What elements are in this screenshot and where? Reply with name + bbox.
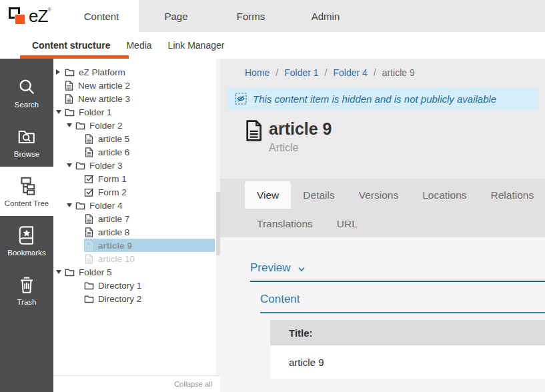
- preview-label: Preview: [250, 261, 290, 275]
- tree-scrollbar-thumb[interactable]: [216, 192, 220, 255]
- collapse-arrow-icon[interactable]: [56, 270, 65, 274]
- tree-item-label: article 8: [98, 227, 129, 237]
- tree-item-label: Folder 3: [89, 161, 123, 171]
- tree-item-label: article 6: [98, 147, 129, 157]
- tree-item-directory-2[interactable]: Directory 2: [53, 292, 220, 305]
- page-title: article 9: [269, 120, 332, 139]
- tree-item-ez-platform[interactable]: eZ Platform: [53, 65, 220, 79]
- tree-item-article-8[interactable]: article 8: [53, 225, 220, 239]
- form-icon: [84, 174, 94, 184]
- collapse-all-button[interactable]: Collapse all: [53, 375, 220, 392]
- breadcrumb-folder-4[interactable]: Folder 4: [334, 67, 368, 78]
- article-icon: [64, 94, 74, 104]
- sidebar-item-trash[interactable]: Trash: [0, 265, 53, 315]
- folder-icon: [65, 107, 75, 117]
- content-header-region: Home/Folder 1/Folder 4/article 9 This co…: [220, 59, 545, 179]
- tree-item-body: New article 2: [64, 79, 215, 92]
- tree-item-body: Directory 2: [84, 292, 215, 305]
- ez-logo[interactable]: eZ®: [0, 0, 64, 32]
- tree-item-article-7[interactable]: article 7: [53, 212, 220, 225]
- collapse-arrow-icon[interactable]: [67, 123, 75, 127]
- tree-item-body: article 8: [84, 225, 215, 239]
- sidebar-item-search[interactable]: Search: [0, 68, 53, 117]
- expand-arrow-icon[interactable]: [56, 69, 65, 75]
- tree-item-body: Directory 1: [84, 279, 215, 292]
- tab-locations[interactable]: Locations: [410, 181, 478, 209]
- subnav-item-media[interactable]: Media: [126, 40, 151, 51]
- tree-item-body: Folder 1: [65, 105, 215, 119]
- search-icon: [17, 77, 37, 97]
- logo-square-orange: [15, 14, 25, 25]
- top-tab-admin[interactable]: Admin: [288, 0, 363, 32]
- sidebar-item-browse[interactable]: Browse: [0, 117, 53, 167]
- tree-item-body: Folder 4: [75, 199, 215, 212]
- folder-icon: [84, 294, 94, 304]
- sidebar-item-label: Search: [15, 101, 39, 109]
- hidden-banner-text: This content item is hidden and is not p…: [253, 93, 496, 105]
- subnav-item-content-structure[interactable]: Content structure: [32, 40, 110, 51]
- tree-item-folder-2[interactable]: Folder 2: [53, 119, 220, 132]
- tree-item-body: Form 1: [84, 172, 215, 185]
- ez-logo-icon: [9, 5, 27, 27]
- tab-relations[interactable]: Relations: [479, 181, 545, 209]
- article-icon: [84, 134, 94, 144]
- tree-item-folder-4[interactable]: Folder 4: [53, 199, 220, 212]
- breadcrumb-separator: /: [374, 67, 376, 78]
- collapse-arrow-icon[interactable]: [56, 110, 65, 114]
- top-bar: eZ® ContentPageFormsAdmin: [0, 0, 545, 32]
- tree-item-article-10[interactable]: article 10: [53, 252, 220, 265]
- collapse-arrow-icon[interactable]: [67, 203, 75, 207]
- tree-item-label: article 9: [98, 241, 132, 251]
- tree-item-label: Directory 1: [98, 281, 141, 291]
- breadcrumb-article-9: article 9: [382, 67, 415, 78]
- tree-item-folder-3[interactable]: Folder 3: [53, 159, 220, 172]
- tab-row-1: ViewDetailsVersionsLocationsRelations: [245, 181, 545, 209]
- tab-translations[interactable]: Translations: [245, 210, 325, 237]
- sidebar-item-content-tree[interactable]: Content Tree: [0, 167, 53, 216]
- top-tab-forms[interactable]: Forms: [213, 0, 288, 32]
- tab-url[interactable]: URL: [325, 210, 370, 237]
- tree-item-new-article-2[interactable]: New article 2: [53, 79, 220, 92]
- top-tab-page[interactable]: Page: [139, 0, 213, 32]
- preview-toggle[interactable]: Preview: [250, 261, 306, 275]
- subnav-item-link-manager[interactable]: Link Manager: [168, 40, 225, 51]
- tree-item-label: New article 2: [78, 81, 130, 91]
- tree-item-body: Folder 2: [75, 119, 215, 132]
- tree-item-body: article 7: [84, 212, 215, 225]
- tab-details[interactable]: Details: [291, 181, 346, 209]
- sidebar-item-label: Trash: [17, 298, 37, 306]
- breadcrumb-folder-1[interactable]: Folder 1: [284, 67, 318, 78]
- article-icon: [64, 81, 74, 91]
- folder-icon: [65, 67, 75, 77]
- tree-item-body: article 9: [84, 239, 215, 252]
- tree-item-label: Folder 5: [79, 267, 112, 277]
- collapse-arrow-icon[interactable]: [67, 163, 75, 167]
- preview-divider: [250, 281, 545, 282]
- tree-item-body: New article 3: [64, 92, 215, 105]
- body-row: SearchBrowseContent TreeBookmarksTrash e…: [0, 59, 545, 392]
- article-type-icon: [245, 120, 263, 154]
- tree-scrollbar[interactable]: [216, 59, 220, 375]
- breadcrumb-home[interactable]: Home: [245, 67, 269, 78]
- content-type-label: Article: [269, 142, 332, 154]
- content-section-divider: [260, 312, 545, 313]
- tree-item-label: eZ Platform: [79, 67, 125, 77]
- top-tab-content[interactable]: Content: [64, 0, 139, 32]
- folder-icon: [75, 121, 85, 131]
- tree-item-new-article-3[interactable]: New article 3: [53, 92, 220, 105]
- tree-item-body: Folder 3: [75, 159, 215, 172]
- sidebar-item-bookmarks[interactable]: Bookmarks: [0, 216, 53, 265]
- tab-versions[interactable]: Versions: [347, 181, 410, 209]
- tree-item-folder-5[interactable]: Folder 5: [53, 265, 220, 279]
- tab-view[interactable]: View: [245, 181, 291, 209]
- tree-item-article-9[interactable]: article 9: [53, 239, 220, 252]
- form-icon: [84, 187, 94, 197]
- tree-item-article-6[interactable]: article 6: [53, 145, 220, 159]
- tree-item-form-2[interactable]: Form 2: [53, 185, 220, 199]
- tree-item-article-5[interactable]: article 5: [53, 132, 220, 145]
- tree-item-form-1[interactable]: Form 1: [53, 172, 220, 185]
- breadcrumb: Home/Folder 1/Folder 4/article 9: [220, 67, 545, 78]
- tree-item-body: article 5: [84, 132, 215, 145]
- tree-item-directory-1[interactable]: Directory 1: [53, 279, 220, 292]
- tree-item-folder-1[interactable]: Folder 1: [53, 105, 220, 119]
